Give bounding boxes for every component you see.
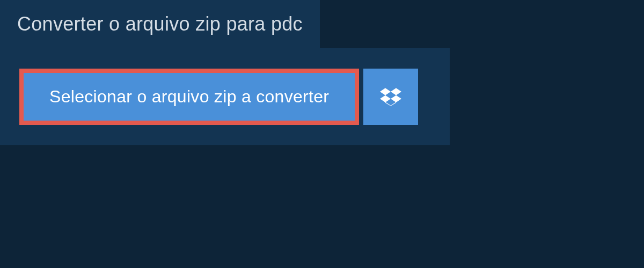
content-panel: Selecionar o arquivo zip a converter [0,48,450,145]
select-file-label: Selecionar o arquivo zip a converter [49,87,329,106]
dropbox-icon [380,86,401,108]
select-file-button[interactable]: Selecionar o arquivo zip a converter [24,73,355,121]
tab-convert[interactable]: Converter o arquivo zip para pdc [0,0,320,48]
highlight-frame: Selecionar o arquivo zip a converter [19,69,359,125]
tab-bar: Converter o arquivo zip para pdc [0,0,644,48]
button-row: Selecionar o arquivo zip a converter [19,69,430,125]
tab-label: Converter o arquivo zip para pdc [17,13,303,35]
dropbox-button[interactable] [363,69,418,125]
